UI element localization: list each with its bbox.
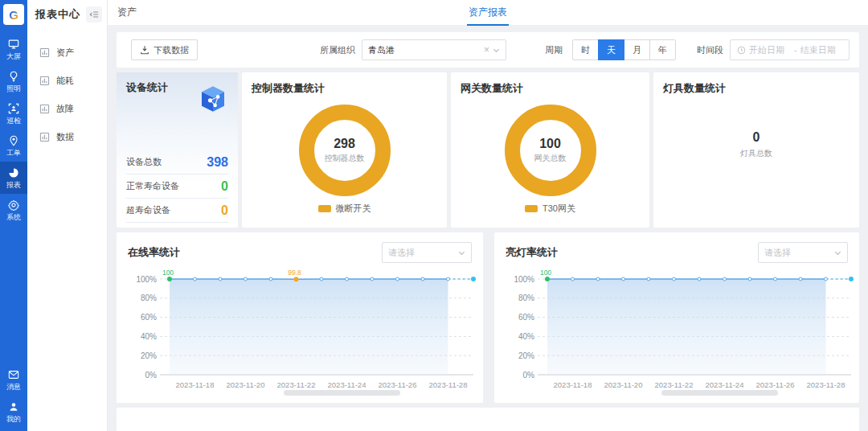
donut-center: 298 控制器总数 [299, 105, 391, 196]
submenu-header: 报表中心 [27, 0, 107, 29]
svg-text:0%: 0% [145, 371, 158, 380]
chevron-down-icon [458, 249, 465, 257]
app-logo[interactable]: G [3, 4, 24, 25]
clock-icon [737, 46, 746, 55]
svg-text:2023-11-26: 2023-11-26 [756, 380, 795, 389]
online-rate-title: 在线率统计 [128, 245, 180, 260]
nav-item-inspection[interactable]: 巡检 [0, 97, 27, 129]
period-option-hour[interactable]: 时 [572, 39, 599, 60]
nav-item-profile[interactable]: 我的 [0, 396, 27, 428]
donut-center: 100 网关总数 [505, 105, 596, 196]
lamp-total: 0 [753, 130, 760, 145]
charts-row: 在线率统计 请选择 0%20%40%60%80%100%2023-11-1820… [117, 232, 859, 403]
nav-label: 系统 [6, 213, 21, 221]
controller-card-title: 控制器数量统计 [252, 82, 325, 94]
collapse-sidebar-button[interactable] [86, 6, 102, 23]
period-option-month[interactable]: 月 [624, 39, 650, 60]
controller-total: 298 [334, 137, 355, 151]
logo-letter: G [9, 8, 18, 22]
legend-label: T30网关 [542, 203, 575, 215]
app-root: G 大屏 照明 巡检 工单 报表 [0, 0, 868, 431]
rail-bottom: 消息 我的 [0, 363, 27, 428]
secondary-sidebar: 报表中心 资产 能耗 故障 数据 [27, 0, 108, 431]
controller-donut: 298 控制器总数 [299, 105, 391, 196]
svg-text:2023-11-28: 2023-11-28 [429, 380, 468, 389]
period-option-day[interactable]: 天 [598, 39, 624, 60]
gear-icon [8, 199, 19, 211]
nav-label: 照明 [6, 84, 21, 92]
controller-legend[interactable]: 微断开关 [242, 203, 447, 215]
org-select[interactable]: 青岛港 × [362, 39, 506, 60]
main-area: 资产 资产报表 下载数据 所属组织 青岛港 × 周期 时 天 [108, 0, 868, 431]
menu-fold-icon [89, 10, 99, 19]
clear-icon[interactable]: × [484, 44, 489, 55]
svg-text:2023-11-26: 2023-11-26 [379, 380, 417, 389]
nav-label: 巡检 [6, 117, 21, 125]
svg-text:100%: 100% [136, 275, 157, 284]
nav-item-workorder[interactable]: 工单 [0, 129, 27, 162]
lighting-rate-select[interactable]: 请选择 [758, 242, 848, 263]
submenu-item-asset[interactable]: 资产 [27, 39, 107, 67]
pie-chart-icon [8, 167, 19, 179]
svg-text:2023-11-24: 2023-11-24 [706, 380, 744, 389]
date-range-picker[interactable]: - [730, 39, 850, 60]
period-option-year[interactable]: 年 [649, 39, 676, 60]
submenu-items: 资产 能耗 故障 数据 [27, 29, 107, 151]
lighting-rate-title: 亮灯率统计 [506, 245, 558, 260]
lamp-card-title: 灯具数量统计 [663, 82, 726, 94]
download-data-button[interactable]: 下载数据 [131, 39, 198, 60]
submenu-item-energy[interactable]: 能耗 [27, 67, 107, 95]
lamp-stats-card: 灯具数量统计 0 灯具总数 [653, 72, 859, 228]
svg-text:80%: 80% [141, 293, 157, 302]
nav-label: 工单 [6, 149, 21, 157]
gateway-legend[interactable]: T30网关 [451, 203, 649, 215]
tab-label: 资产报表 [467, 1, 509, 26]
nav-item-system[interactable]: 系统 [0, 194, 27, 226]
svg-text:2023-11-18: 2023-11-18 [554, 380, 592, 389]
svg-text:0%: 0% [523, 371, 535, 380]
nav-item-messages[interactable]: 消息 [0, 363, 27, 396]
bar-chart-icon [39, 47, 50, 58]
controller-total-label: 控制器总数 [325, 153, 365, 164]
nav-item-bigscreen[interactable]: 大屏 [0, 33, 27, 65]
submenu-item-data[interactable]: 数据 [27, 123, 107, 151]
range-separator: - [794, 45, 797, 55]
chart-scrollbar[interactable] [661, 390, 778, 396]
stat-label: 设备总数 [126, 156, 162, 168]
svg-text:99.8: 99.8 [288, 269, 301, 277]
svg-text:2023-11-18: 2023-11-18 [176, 380, 215, 389]
top-bar: 资产 资产报表 [108, 0, 868, 26]
person-icon [8, 401, 19, 413]
start-date-input[interactable] [749, 45, 791, 55]
svg-text:2023-11-28: 2023-11-28 [807, 380, 845, 389]
svg-text:100%: 100% [514, 275, 534, 284]
svg-text:20%: 20% [141, 351, 157, 360]
stat-value: 0 [221, 203, 228, 218]
chevron-down-icon [834, 249, 841, 257]
submenu-item-label: 故障 [56, 103, 74, 115]
svg-text:60%: 60% [518, 313, 534, 322]
gateway-total: 100 [539, 137, 561, 151]
stat-row-normal-life: 正常寿命设备 0 [126, 174, 228, 199]
scan-person-icon [8, 103, 19, 114]
svg-text:2023-11-22: 2023-11-22 [655, 380, 694, 389]
submenu-title: 报表中心 [35, 7, 80, 22]
screen-icon [8, 39, 19, 50]
page-title: 资产 [117, 6, 137, 19]
submenu-item-fault[interactable]: 故障 [27, 95, 107, 123]
primary-sidebar: G 大屏 照明 巡检 工单 报表 [0, 0, 27, 431]
submenu-item-label: 能耗 [56, 75, 74, 87]
svg-text:60%: 60% [141, 313, 157, 322]
nav-label: 大屏 [6, 52, 21, 60]
svg-text:20%: 20% [518, 351, 534, 360]
online-rate-card: 在线率统计 请选择 0%20%40%60%80%100%2023-11-1820… [117, 232, 483, 403]
nav-item-reports[interactable]: 报表 [0, 162, 27, 194]
nav-item-lighting[interactable]: 照明 [0, 65, 27, 97]
online-rate-select[interactable]: 请选择 [382, 242, 472, 263]
stat-label: 正常寿命设备 [126, 180, 179, 192]
end-date-input[interactable] [800, 45, 842, 55]
svg-text:100: 100 [540, 269, 551, 277]
chart-scrollbar[interactable] [284, 390, 400, 396]
submenu-item-label: 资产 [56, 47, 74, 59]
tab-asset-report[interactable]: 资产报表 [467, 0, 509, 26]
